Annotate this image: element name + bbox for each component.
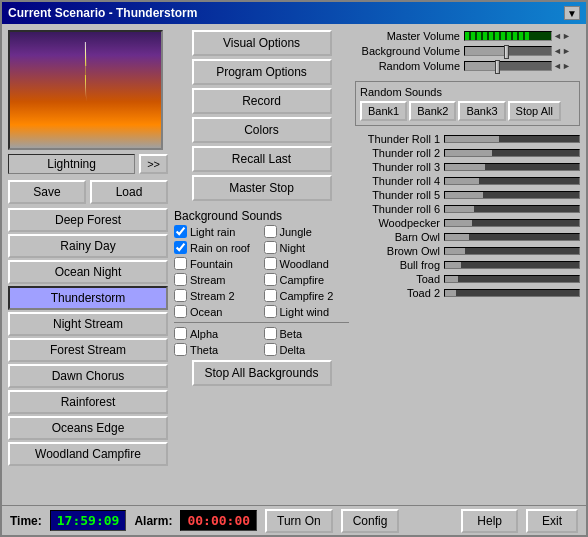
stop-all-bank-button[interactable]: Stop All xyxy=(508,101,561,121)
sound-stream2-checkbox[interactable] xyxy=(174,289,187,302)
background-sounds-grid: Light rain Jungle Rain on roof Night xyxy=(174,225,349,318)
sound-fountain-checkbox[interactable] xyxy=(174,257,187,270)
scenario-woodland-campfire[interactable]: Woodland Campfire xyxy=(8,442,168,466)
scenario-oceans-edge[interactable]: Oceans Edge xyxy=(8,416,168,440)
sound-ocean-label: Ocean xyxy=(190,306,222,318)
sound-slider-4[interactable] xyxy=(444,191,580,199)
sound-jungle-label: Jungle xyxy=(280,226,312,238)
bank2-button[interactable]: Bank2 xyxy=(409,101,456,121)
master-volume-arrows: ◄► xyxy=(553,31,571,41)
sound-stream-label: Stream xyxy=(190,274,225,286)
background-sounds-title: Background Sounds xyxy=(174,209,349,223)
config-button[interactable]: Config xyxy=(341,509,400,533)
sound-slider-8[interactable] xyxy=(444,247,580,255)
sound-name-2: Thunder roll 3 xyxy=(355,161,440,173)
sound-slider-5[interactable] xyxy=(444,205,580,213)
wave-section: Alpha Beta Theta Delta xyxy=(174,322,349,356)
wave-delta-checkbox[interactable] xyxy=(264,343,277,356)
sound-slider-3[interactable] xyxy=(444,177,580,185)
title-bar: Current Scenario - Thunderstorm ▼ xyxy=(2,2,586,24)
sound-name-11: Toad 2 xyxy=(355,287,440,299)
sound-row-7: Barn Owl xyxy=(355,231,580,243)
sound-campfire2: Campfire 2 xyxy=(264,289,350,302)
master-volume-row: Master Volume ◄► xyxy=(355,30,580,42)
sound-slider-1[interactable] xyxy=(444,149,580,157)
preview-label-row: Lightning >> xyxy=(8,154,168,174)
background-volume-thumb xyxy=(504,45,509,59)
sound-slider-11[interactable] xyxy=(444,289,580,297)
status-bar: Time: 17:59:09 Alarm: 00:00:00 Turn On C… xyxy=(2,505,586,535)
wave-alpha-checkbox[interactable] xyxy=(174,327,187,340)
sound-light-wind-checkbox[interactable] xyxy=(264,305,277,318)
sound-woodland-checkbox[interactable] xyxy=(264,257,277,270)
sound-slider-2[interactable] xyxy=(444,163,580,171)
main-window: Current Scenario - Thunderstorm ▼ Lightn… xyxy=(0,0,588,537)
exit-button[interactable]: Exit xyxy=(526,509,578,533)
scenario-night-stream[interactable]: Night Stream xyxy=(8,312,168,336)
arrow-button[interactable]: >> xyxy=(139,154,168,174)
sound-stream-checkbox[interactable] xyxy=(174,273,187,286)
wave-theta: Theta xyxy=(174,343,260,356)
sound-slider-0[interactable] xyxy=(444,135,580,143)
scenario-thunderstorm[interactable]: Thunderstorm xyxy=(8,286,168,310)
bank-buttons: Bank1 Bank2 Bank3 Stop All xyxy=(360,101,575,121)
sound-name-0: Thunder Roll 1 xyxy=(355,133,440,145)
sound-name-3: Thunder roll 4 xyxy=(355,175,440,187)
sound-slider-7[interactable] xyxy=(444,233,580,241)
scenario-ocean-night[interactable]: Ocean Night xyxy=(8,260,168,284)
sound-campfire2-checkbox[interactable] xyxy=(264,289,277,302)
scenario-dawn-chorus[interactable]: Dawn Chorus xyxy=(8,364,168,388)
sound-stream: Stream xyxy=(174,273,260,286)
turn-on-button[interactable]: Turn On xyxy=(265,509,333,533)
load-button[interactable]: Load xyxy=(90,180,168,204)
sound-slider-9[interactable] xyxy=(444,261,580,269)
help-button[interactable]: Help xyxy=(461,509,518,533)
record-button[interactable]: Record xyxy=(192,88,332,114)
sound-row-6: Woodpecker xyxy=(355,217,580,229)
sound-slider-6[interactable] xyxy=(444,219,580,227)
random-volume-track[interactable] xyxy=(464,61,552,71)
wave-beta-checkbox[interactable] xyxy=(264,327,277,340)
sound-rain-on-roof: Rain on roof xyxy=(174,241,260,254)
sound-night-label: Night xyxy=(280,242,306,254)
sound-row-5: Thunder roll 6 xyxy=(355,203,580,215)
background-volume-label: Background Volume xyxy=(355,45,460,57)
sound-light-rain-checkbox[interactable] xyxy=(174,225,187,238)
background-volume-row: Background Volume ◄► xyxy=(355,45,580,57)
save-button[interactable]: Save xyxy=(8,180,86,204)
sound-row-4: Thunder roll 5 xyxy=(355,189,580,201)
master-volume-label: Master Volume xyxy=(355,30,460,42)
sound-row-1: Thunder roll 2 xyxy=(355,147,580,159)
preview-box xyxy=(8,30,163,150)
random-sounds-box: Random Sounds Bank1 Bank2 Bank3 Stop All xyxy=(355,81,580,126)
scenario-deep-forest[interactable]: Deep Forest xyxy=(8,208,168,232)
sound-light-wind-label: Light wind xyxy=(280,306,330,318)
sound-name-9: Bull frog xyxy=(355,259,440,271)
bank3-button[interactable]: Bank3 xyxy=(458,101,505,121)
stop-all-backgrounds-button[interactable]: Stop All Backgrounds xyxy=(192,360,332,386)
background-volume-track[interactable] xyxy=(464,46,552,56)
scenario-forest-stream[interactable]: Forest Stream xyxy=(8,338,168,362)
colors-button[interactable]: Colors xyxy=(192,117,332,143)
program-options-button[interactable]: Program Options xyxy=(192,59,332,85)
random-sounds-title: Random Sounds xyxy=(360,86,575,98)
sound-rain-on-roof-checkbox[interactable] xyxy=(174,241,187,254)
bank1-button[interactable]: Bank1 xyxy=(360,101,407,121)
visual-options-button[interactable]: Visual Options xyxy=(192,30,332,56)
sound-ocean-checkbox[interactable] xyxy=(174,305,187,318)
sound-name-4: Thunder roll 5 xyxy=(355,189,440,201)
sound-slider-10[interactable] xyxy=(444,275,580,283)
sound-campfire-checkbox[interactable] xyxy=(264,273,277,286)
scenario-rainy-day[interactable]: Rainy Day xyxy=(8,234,168,258)
sound-stream2: Stream 2 xyxy=(174,289,260,302)
wave-theta-checkbox[interactable] xyxy=(174,343,187,356)
scenario-rainforest[interactable]: Rainforest xyxy=(8,390,168,414)
middle-panel: Visual Options Program Options Record Co… xyxy=(174,30,349,499)
sound-jungle-checkbox[interactable] xyxy=(264,225,277,238)
minimize-button[interactable]: ▼ xyxy=(564,6,580,20)
master-volume-track[interactable] xyxy=(464,31,552,41)
master-stop-button[interactable]: Master Stop xyxy=(192,175,332,201)
recall-last-button[interactable]: Recall Last xyxy=(192,146,332,172)
time-label: Time: xyxy=(10,514,42,528)
sound-night-checkbox[interactable] xyxy=(264,241,277,254)
